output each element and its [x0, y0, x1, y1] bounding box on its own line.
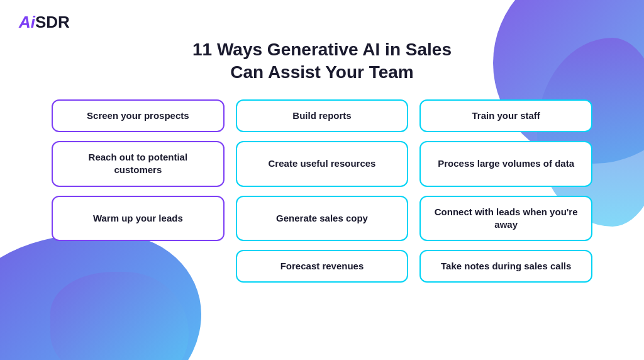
- card-reach-out: Reach out to potential customers: [52, 141, 225, 187]
- card-warm-up-leads: Warm up your leads: [52, 196, 225, 242]
- title-line1: 11 Ways Generative AI in Sales: [19, 38, 625, 61]
- logo: Ai SDR: [19, 13, 625, 32]
- card-process-data: Process large volumes of data: [419, 141, 592, 187]
- logo-ai: Ai: [19, 13, 35, 32]
- cards-grid: Screen your prospects Build reports Trai…: [52, 99, 592, 283]
- card-connect-leads: Connect with leads when you're away: [419, 196, 592, 242]
- card-create-resources: Create useful resources: [236, 141, 409, 187]
- card-take-notes: Take notes during sales calls: [419, 250, 592, 283]
- page-container: Ai SDR 11 Ways Generative AI in Sales Ca…: [0, 0, 644, 360]
- title-line2: Can Assist Your Team: [19, 61, 625, 84]
- card-train-staff: Train your staff: [419, 99, 592, 132]
- card-forecast-revenues: Forecast revenues: [236, 250, 409, 283]
- card-generate-copy: Generate sales copy: [236, 196, 409, 242]
- logo-sdr: SDR: [35, 13, 70, 32]
- card-screen-prospects: Screen your prospects: [52, 99, 225, 132]
- main-title: 11 Ways Generative AI in Sales Can Assis…: [19, 38, 625, 84]
- card-build-reports: Build reports: [236, 99, 409, 132]
